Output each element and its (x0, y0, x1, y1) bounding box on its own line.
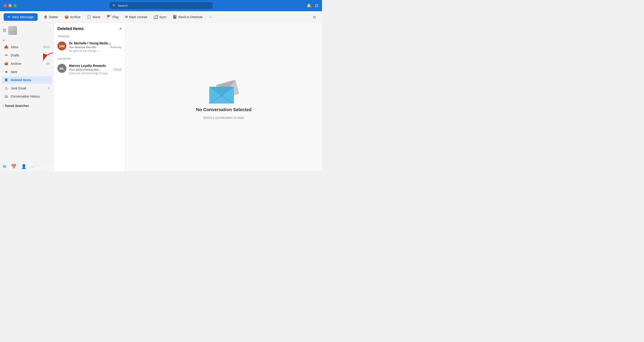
mark-unread-button[interactable]: ✉ Mark Unread (122, 13, 150, 20)
junk-badge: 5 (48, 86, 50, 90)
avatar-dm: DM (58, 41, 66, 50)
mail-nav-icon[interactable]: ✉ (3, 164, 6, 169)
people-nav-icon[interactable]: 👤 (21, 164, 27, 169)
date-group-last-month: Last Month (54, 55, 125, 61)
hamburger-icon[interactable]: ☰ (3, 28, 6, 33)
calendar-nav-icon[interactable]: 📅 (11, 164, 16, 169)
send-onenote-label: Send to OneNote (178, 15, 203, 19)
move-label: Move (92, 15, 100, 19)
new-message-button[interactable]: ✏ New Message (4, 13, 38, 21)
email-item-1[interactable]: DM Dr. Michelle I Young Medic... You des… (54, 39, 125, 55)
email-list-header: Deleted Items ≡ (54, 23, 125, 33)
settings-icon[interactable]: ⊡ (315, 3, 318, 8)
date-group-yesterday: Yesterday (54, 33, 125, 39)
archive-label: Archive (11, 62, 21, 65)
move-icon: 📋 (87, 15, 91, 19)
archive-folder-icon: 📦 (4, 61, 8, 66)
preview-1: Be apart of the change ... (69, 49, 122, 52)
toolbar: ✏ New Message 🗑 Delete 📦 Archive 📋 Move … (0, 11, 322, 23)
filter-icon[interactable]: ≡ (119, 26, 122, 31)
more-icon: ··· (209, 15, 212, 19)
chevron-down-icon: ∨ (3, 38, 5, 42)
sidebar-item-archive[interactable]: 📦 Archive 36 (1, 60, 52, 67)
traffic-lights (4, 4, 16, 7)
inbox-icon: 📥 (4, 45, 8, 49)
email-list-title: Deleted Items (58, 26, 84, 31)
archive-button[interactable]: 📦 Archive (62, 13, 84, 20)
delete-button[interactable]: 🗑 Delete (41, 14, 60, 20)
subject-row-2: Your pizza craving doe... 7/26/22 (69, 68, 122, 71)
email-content-1: Dr. Michelle I Young Medic... You deserv… (69, 41, 122, 52)
sidebar-item-drafts[interactable]: ✏ Drafts 3 (1, 51, 52, 59)
move-button[interactable]: 📋 Move (84, 13, 103, 20)
account-avatar[interactable] (8, 26, 17, 35)
sender-1: Dr. Michelle I Young Medic... (69, 41, 122, 45)
email-list: Deleted Items ≡ Yesterday DM Dr. Michell… (54, 23, 126, 171)
drafts-icon: ✏ (4, 53, 8, 57)
junk-icon: ⚠ (4, 86, 8, 90)
search-icon: 🔍 (112, 4, 116, 7)
date-1: Yesterday (110, 46, 122, 49)
preview-2: Carry out unlimited large 2-toppi... (69, 72, 122, 75)
sender-2: Marcos Loyalty Rewards (69, 64, 122, 67)
minimize-button[interactable] (8, 4, 12, 7)
search-label: Search (118, 4, 128, 7)
sidebar-item-conversation-history[interactable]: 🗂 Conversation History (1, 93, 52, 100)
notifications-icon[interactable]: 🔔 (306, 3, 312, 8)
flag-button[interactable]: 🚩 Flag (104, 13, 121, 20)
sidebar-header: ☰ › (0, 25, 54, 38)
delete-label: Delete (49, 15, 58, 19)
subject-1: You deserve this info (69, 45, 108, 49)
flag-label: Flag (112, 15, 118, 19)
sidebar: ☰ › ∨ 📥 Inbox 2013 ✏ Drafts 3 📦 Archive … (0, 23, 54, 171)
inbox-label: Inbox (11, 45, 18, 49)
new-message-label: New Message (12, 15, 34, 19)
more-nav-icon[interactable]: ··· (31, 164, 35, 169)
sync-button[interactable]: 🔄 Sync (151, 13, 169, 20)
main-layout: ☰ › ∨ 📥 Inbox 2013 ✏ Drafts 3 📦 Archive … (0, 23, 322, 171)
mark-unread-icon: ✉ (125, 15, 128, 19)
drafts-label: Drafts (11, 53, 19, 57)
no-conversation-subtitle: Select a conversation to read. (203, 116, 244, 119)
sidebar-item-inbox[interactable]: 📥 Inbox 2013 (1, 43, 52, 51)
search-bar[interactable]: 🔍 Search (110, 2, 212, 9)
account-chevron-icon: › (50, 29, 51, 32)
sidebar-section-accounts[interactable]: ∨ (0, 38, 54, 43)
email-content-2: Marcos Loyalty Rewards Your pizza cravin… (69, 64, 122, 75)
sidebar-item-junk-email[interactable]: ⚠ Junk Email 5 (1, 84, 52, 92)
onenote-icon: 📓 (173, 15, 177, 19)
archive-badge: 36 (46, 62, 50, 65)
saved-searches-chevron-icon: › (3, 104, 4, 107)
date-2: 7/26/22 (113, 68, 122, 71)
saved-searches-section[interactable]: › Saved Searches (0, 102, 54, 109)
title-bar-actions: 🔔 ⊡ (306, 3, 318, 8)
no-conversation-title: No Conversation Selected (196, 107, 252, 112)
sidebar-bottom-nav: ✉ 📅 👤 ··· (0, 162, 54, 171)
title-bar: 🔍 Search 🔔 ⊡ (0, 0, 322, 11)
saved-searches-label: Saved Searches (5, 104, 29, 108)
sidebar-item-deleted-items[interactable]: 🗑 Deleted Items (1, 76, 52, 84)
avatar-ml: ML (58, 64, 66, 73)
more-button[interactable]: ··· (206, 14, 214, 20)
delete-icon: 🗑 (44, 15, 48, 19)
reading-pane-toggle[interactable]: ⊡ (310, 14, 318, 20)
reading-pane: No Conversation Selected Select a conver… (126, 23, 322, 171)
trash-icon: 🗑 (4, 78, 8, 82)
sync-label: Sync (160, 15, 166, 19)
send-onenote-button[interactable]: 📓 Send to OneNote (170, 13, 206, 20)
flag-icon: 🚩 (106, 15, 111, 19)
sent-icon: ➤ (4, 70, 8, 74)
conversation-history-label: Conversation History (11, 95, 40, 98)
compose-icon: ✏ (8, 15, 10, 19)
sync-icon: 🔄 (154, 15, 158, 19)
inbox-badge: 2013 (43, 45, 50, 49)
deleted-items-label: Deleted Items (11, 78, 31, 82)
subject-2: Your pizza craving doe... (69, 68, 111, 71)
maximize-button[interactable] (14, 4, 16, 7)
archive-icon: 📦 (64, 15, 69, 19)
conversation-icon: 🗂 (4, 94, 8, 98)
sidebar-item-sent[interactable]: ➤ Sent (1, 68, 52, 76)
sent-label: Sent (11, 70, 17, 74)
email-item-2[interactable]: ML Marcos Loyalty Rewards Your pizza cra… (54, 61, 125, 78)
close-button[interactable] (4, 4, 7, 7)
